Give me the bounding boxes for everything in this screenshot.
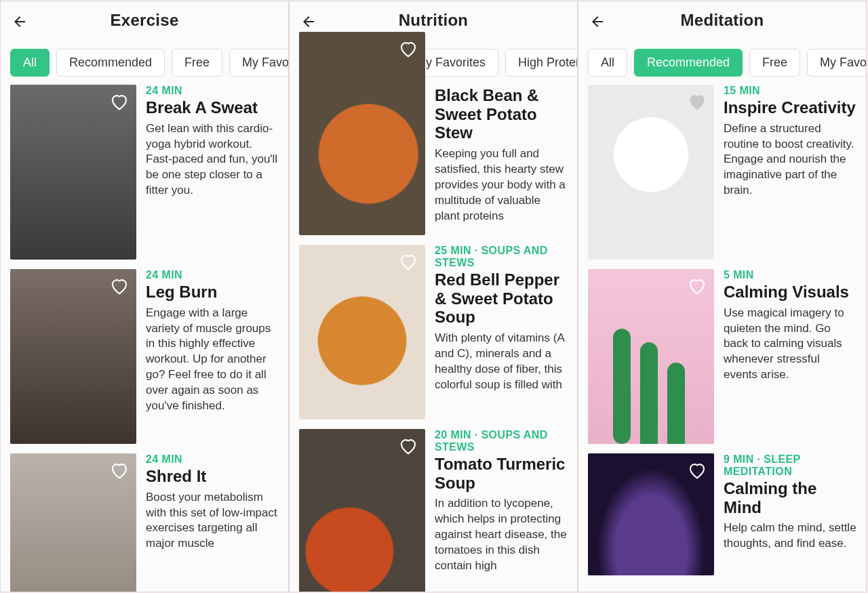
list-item[interactable]: 24 MIN Break A Sweat Get lean with this … (10, 85, 279, 260)
filter-chip-my-favorites[interactable]: My Favorites (807, 49, 866, 77)
panel-exercise: Exercise All Recommended Free My Favorit… (0, 1, 289, 592)
item-duration: 15 MIN (724, 85, 856, 97)
item-description: With plenty of vitamins (A and C), miner… (435, 331, 568, 393)
filter-chip-recommended[interactable]: Recommended (56, 49, 165, 77)
page-title: Meditation (578, 11, 866, 30)
content-list: Black Bean & Sweet Potato Stew Keeping y… (290, 32, 577, 592)
list-item[interactable]: 5 MIN Calming Visuals Use magical imager… (588, 269, 856, 444)
list-item[interactable]: 24 MIN Leg Burn Engage with a large vari… (10, 269, 279, 444)
filter-bar: All Recommended Free My Favorites (1, 39, 288, 85)
content-list: 15 MIN Inspire Creativity Define a struc… (578, 85, 866, 575)
item-title: Calming the Mind (724, 479, 856, 516)
thumbnail (10, 453, 136, 592)
filter-chip-my-favorites[interactable]: My Favorites (229, 49, 288, 77)
item-meta: 24 MIN Shred It Boost your metabolism wi… (146, 453, 279, 592)
item-meta: 9 MIN · SLEEP MEDITATION Calming the Min… (724, 453, 856, 575)
back-arrow-icon (589, 14, 606, 30)
back-arrow-icon (12, 14, 28, 30)
filter-bar: All Recommended Free My Favorites (578, 39, 866, 85)
item-title: Shred It (146, 467, 279, 486)
item-meta: 20 MIN · SOUPS AND STEWS Tomato Turmeric… (435, 429, 568, 592)
thumbnail (588, 85, 714, 260)
item-description: Define a structured routine to boost cre… (724, 121, 856, 199)
item-duration: 20 MIN · SOUPS AND STEWS (435, 429, 568, 453)
item-meta: 5 MIN Calming Visuals Use magical imager… (724, 269, 856, 444)
filter-chip-all[interactable]: All (10, 49, 50, 77)
item-meta: 24 MIN Leg Burn Engage with a large vari… (146, 269, 279, 444)
item-description: Engage with a large variety of muscle gr… (146, 306, 279, 415)
panel-nutrition: Nutrition All Free My Favorites High Pro… (289, 1, 578, 592)
favorite-button[interactable] (687, 460, 707, 480)
item-meta: 24 MIN Break A Sweat Get lean with this … (146, 85, 279, 260)
list-item[interactable]: 24 MIN Shred It Boost your metabolism wi… (10, 453, 279, 592)
item-description: Boost your metabolism with this set of l… (146, 490, 279, 552)
back-button[interactable] (299, 12, 318, 31)
list-item[interactable]: 15 MIN Inspire Creativity Define a struc… (588, 85, 856, 260)
favorite-button[interactable] (398, 251, 418, 272)
thumbnail (588, 269, 714, 444)
item-meta: Black Bean & Sweet Potato Stew Keeping y… (435, 32, 568, 235)
page-title: Exercise (1, 11, 288, 30)
back-button[interactable] (588, 12, 607, 31)
item-description: In addition to lycopene, which helps in … (435, 496, 568, 574)
item-duration: 24 MIN (146, 269, 279, 281)
thumbnail (299, 245, 425, 420)
thumbnail (299, 429, 425, 592)
item-title: Tomato Turmeric Soup (435, 455, 568, 492)
item-duration: 25 MIN · SOUPS AND STEWS (435, 245, 568, 269)
filter-chip-free[interactable]: Free (172, 49, 222, 77)
header: Exercise (1, 1, 288, 39)
thumbnail (10, 85, 136, 260)
item-title: Break A Sweat (146, 98, 279, 117)
list-item[interactable]: 20 MIN · SOUPS AND STEWS Tomato Turmeric… (299, 429, 568, 592)
item-description: Use magical imagery to quieten the mind.… (724, 306, 856, 384)
favorite-button[interactable] (687, 276, 707, 296)
content-list: 24 MIN Break A Sweat Get lean with this … (1, 85, 288, 592)
item-description: Keeping you full and satisfied, this hea… (435, 146, 568, 224)
item-description: Help calm the mind, settle thoughts, and… (724, 520, 856, 552)
item-duration: 5 MIN (724, 269, 856, 281)
item-title: Black Bean & Sweet Potato Stew (435, 86, 568, 142)
favorite-button[interactable] (398, 436, 418, 456)
back-button[interactable] (10, 12, 29, 31)
thumbnail (588, 453, 714, 575)
item-meta: 15 MIN Inspire Creativity Define a struc… (724, 85, 856, 260)
filter-chip-all[interactable]: All (588, 49, 627, 77)
favorite-button[interactable] (687, 91, 707, 112)
favorite-button[interactable] (109, 460, 130, 480)
item-meta: 25 MIN · SOUPS AND STEWS Red Bell Pepper… (435, 245, 568, 420)
header: Meditation (578, 1, 866, 39)
item-title: Leg Burn (146, 283, 279, 302)
page-title: Nutrition (290, 11, 577, 30)
item-duration: 24 MIN (146, 453, 279, 466)
thumbnail (299, 32, 425, 235)
panel-meditation: Meditation All Recommended Free My Favor… (578, 1, 867, 592)
item-duration: 24 MIN (146, 85, 279, 97)
filter-chip-free[interactable]: Free (749, 49, 800, 77)
favorite-button[interactable] (109, 91, 130, 112)
item-title: Inspire Creativity (724, 98, 856, 117)
item-duration: 9 MIN · SLEEP MEDITATION (724, 453, 856, 478)
list-item[interactable]: 9 MIN · SLEEP MEDITATION Calming the Min… (588, 453, 856, 575)
favorite-button[interactable] (109, 276, 130, 296)
item-title: Calming Visuals (724, 283, 856, 302)
favorite-button[interactable] (398, 39, 418, 59)
item-description: Get lean with this cardio-yoga hybrid wo… (146, 121, 279, 199)
list-item[interactable]: Black Bean & Sweet Potato Stew Keeping y… (299, 32, 568, 235)
thumbnail (10, 269, 136, 444)
filter-chip-recommended[interactable]: Recommended (634, 49, 743, 77)
list-item[interactable]: 25 MIN · SOUPS AND STEWS Red Bell Pepper… (299, 245, 568, 420)
item-title: Red Bell Pepper & Sweet Potato Soup (435, 270, 568, 327)
back-arrow-icon (300, 14, 317, 30)
